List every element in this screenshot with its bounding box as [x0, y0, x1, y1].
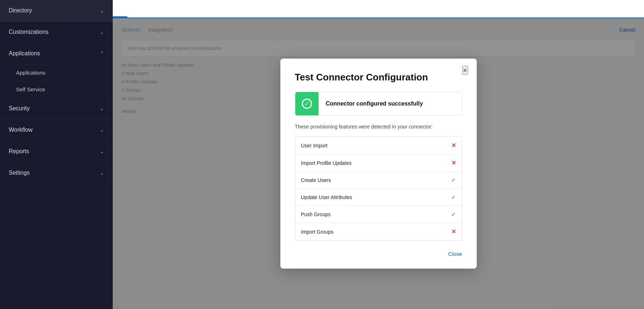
- sidebar-label-security: Security: [9, 105, 30, 112]
- success-banner-text: Connector configured successfully: [319, 100, 431, 107]
- main-body: Settings Integration /test-org-123456789…: [113, 18, 644, 309]
- sidebar-subitem-self-service[interactable]: Self Service: [0, 81, 113, 98]
- sidebar: Directory ⌄ Customizations ⌄ Application…: [0, 0, 113, 309]
- sidebar-label-customizations: Customizations: [9, 29, 48, 35]
- feature-label-update-user-attributes: Update User Attributes: [301, 194, 352, 200]
- sidebar-item-directory[interactable]: Directory ⌄: [0, 0, 113, 21]
- sidebar-item-workflow[interactable]: Workflow ⌄: [0, 119, 113, 141]
- feature-item-update-user-attributes: Update User Attributes ✓: [295, 189, 462, 206]
- feature-item-user-import: User Import ✕: [295, 137, 462, 154]
- modal-overlay: × Test Connector Configuration ✓ Connect…: [113, 18, 644, 309]
- modal-dialog: × Test Connector Configuration ✓ Connect…: [280, 59, 477, 269]
- sidebar-label-applications: Applications: [9, 50, 40, 57]
- feature-label-user-import: User Import: [301, 143, 328, 148]
- chevron-down-icon: ⌄: [100, 29, 104, 35]
- chevron-up-icon: ⌃: [100, 51, 104, 56]
- x-icon-import-groups: ✕: [451, 228, 456, 235]
- feature-item-import-groups: Import Groups ✕: [295, 223, 462, 240]
- sidebar-item-applications[interactable]: Applications ⌃: [0, 43, 113, 64]
- feature-label-create-users: Create Users: [301, 177, 331, 183]
- active-tab: [113, 0, 127, 17]
- sidebar-item-settings[interactable]: Settings ⌄: [0, 162, 113, 184]
- feature-label-import-profile-updates: Import Profile Updates: [301, 160, 352, 166]
- check-circle-icon: ✓: [302, 99, 312, 109]
- x-icon-import-profile-updates: ✕: [451, 159, 456, 166]
- main-content-area: Settings Integration /test-org-123456789…: [113, 0, 644, 309]
- check-icon-push-groups: ✓: [451, 211, 456, 218]
- sidebar-label-directory: Directory: [9, 7, 32, 14]
- sidebar-label-workflow: Workflow: [9, 127, 33, 133]
- sidebar-label-settings: Settings: [9, 170, 30, 176]
- chevron-down-icon: ⌄: [100, 8, 104, 13]
- chevron-down-icon: ⌄: [100, 106, 104, 111]
- sidebar-item-security[interactable]: Security ⌄: [0, 98, 113, 119]
- modal-footer: Close: [295, 251, 462, 257]
- sidebar-item-customizations[interactable]: Customizations ⌄: [0, 21, 113, 43]
- modal-close-button[interactable]: ×: [462, 66, 468, 75]
- chevron-down-icon: ⌄: [100, 148, 104, 154]
- feature-label-push-groups: Push Groups: [301, 211, 331, 217]
- check-icon-create-users: ✓: [451, 177, 456, 183]
- feature-item-create-users: Create Users ✓: [295, 172, 462, 189]
- features-list: User Import ✕ Import Profile Updates ✕ C…: [295, 136, 462, 241]
- feature-item-push-groups: Push Groups ✓: [295, 206, 462, 223]
- feature-item-import-profile-updates: Import Profile Updates ✕: [295, 154, 462, 172]
- success-icon-box: ✓: [295, 92, 319, 115]
- check-icon-update-user-attributes: ✓: [451, 194, 456, 201]
- sidebar-item-reports[interactable]: Reports ⌄: [0, 141, 113, 162]
- top-bar: [113, 0, 644, 18]
- sidebar-subitem-applications[interactable]: Applications: [0, 64, 113, 81]
- feature-label-import-groups: Import Groups: [301, 229, 333, 235]
- sidebar-label-reports: Reports: [9, 148, 29, 155]
- detected-text: These provisioning features were detecte…: [295, 123, 462, 131]
- modal-title: Test Connector Configuration: [295, 72, 462, 83]
- x-icon-user-import: ✕: [451, 142, 456, 149]
- modal-close-footer-button[interactable]: Close: [448, 251, 462, 257]
- chevron-down-icon: ⌄: [100, 127, 104, 133]
- chevron-down-icon: ⌄: [100, 170, 104, 176]
- success-banner: ✓ Connector configured successfully: [295, 92, 462, 116]
